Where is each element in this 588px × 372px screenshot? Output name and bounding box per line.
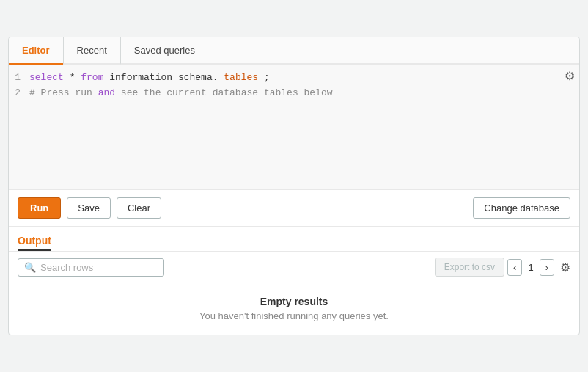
tabs-bar: Editor Recent Saved queries — [9, 37, 579, 65]
code-line-1: 1 select * from information_schema. tabl… — [9, 70, 573, 86]
tab-editor[interactable]: Editor — [9, 37, 63, 65]
code-comment-1: # Press run — [29, 87, 98, 98]
code-table: tables — [224, 72, 258, 83]
empty-results-subtitle: You haven't finished running any queries… — [18, 310, 570, 321]
tab-recent[interactable]: Recent — [63, 37, 120, 65]
code-content-1: select * from information_schema. tables… — [29, 70, 573, 86]
search-box[interactable]: 🔍 — [18, 258, 164, 277]
empty-results-title: Empty results — [18, 296, 570, 307]
editor-section: ⚙ 1 select * from information_schema. ta… — [9, 65, 579, 190]
output-controls: 🔍 Export to csv ‹ 1 › ⚙ — [18, 252, 570, 281]
save-button[interactable]: Save — [67, 197, 111, 219]
change-database-button[interactable]: Change database — [473, 197, 570, 219]
code-line-2: 2 # Press run and see the current databa… — [9, 86, 573, 101]
toolbar-right: Change database — [473, 197, 570, 219]
search-icon: 🔍 — [24, 262, 36, 273]
toolbar: Run Save Clear Change database — [9, 190, 579, 227]
next-page-button[interactable]: › — [540, 259, 554, 276]
clear-button[interactable]: Clear — [117, 197, 161, 219]
pagination-controls: Export to csv ‹ 1 › ⚙ — [435, 258, 570, 277]
code-schema: information_schema. — [109, 72, 218, 83]
code-content-2: # Press run and see the current database… — [29, 86, 573, 101]
output-label: Output — [18, 234, 570, 251]
code-semicolon: ; — [264, 72, 270, 83]
keyword-from: from — [81, 72, 103, 83]
keyword-and: and — [98, 87, 115, 98]
line-number-1: 1 — [9, 70, 29, 86]
page-nav: ‹ 1 › ⚙ — [507, 259, 570, 276]
keyword-select: select — [29, 72, 64, 83]
code-comment-2: see the current database tables below — [121, 87, 333, 98]
prev-page-button[interactable]: ‹ — [507, 259, 522, 276]
run-button[interactable]: Run — [18, 197, 61, 219]
line-number-2: 2 — [9, 86, 29, 101]
tab-saved-queries[interactable]: Saved queries — [120, 37, 208, 65]
editor-settings-icon[interactable]: ⚙ — [565, 69, 575, 83]
empty-results: Empty results You haven't finished runni… — [18, 281, 570, 335]
current-page: 1 — [525, 262, 536, 273]
search-input[interactable] — [40, 262, 158, 273]
output-section: Output 🔍 Export to csv ‹ 1 › ⚙ Empty res… — [9, 227, 579, 335]
code-editor[interactable]: 1 select * from information_schema. tabl… — [9, 65, 579, 189]
main-container: Editor Recent Saved queries ⚙ 1 select *… — [8, 37, 580, 335]
output-title: Output — [18, 235, 51, 251]
code-star: * — [70, 72, 81, 83]
pagination-settings-icon[interactable]: ⚙ — [560, 260, 570, 274]
export-csv-button[interactable]: Export to csv — [435, 258, 504, 277]
